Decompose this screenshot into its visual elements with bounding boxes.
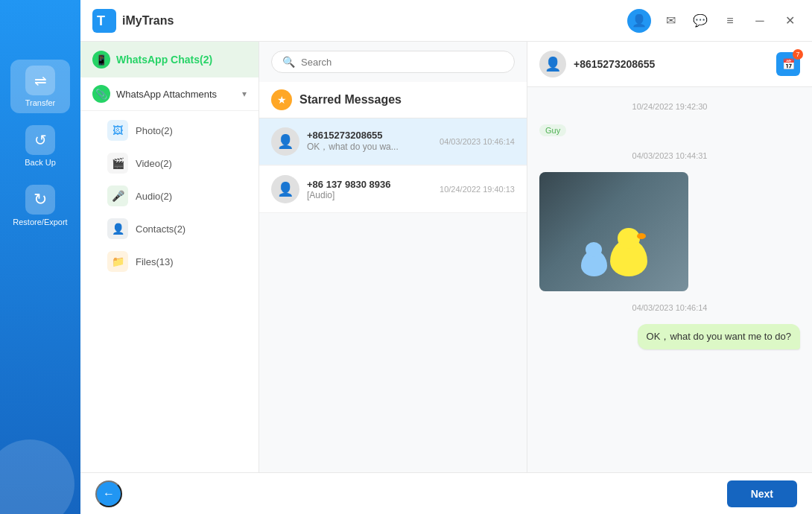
sender-label-1: Guy: [539, 123, 800, 139]
chat-image: [539, 172, 688, 291]
whatsapp-chats-label: WhatsApp Chats(2): [116, 54, 212, 66]
message-time-1: 04/03/2023 10:46:14: [440, 137, 515, 146]
sidebar-decoration: [0, 440, 74, 514]
duck-figures: [581, 239, 647, 276]
whatsapp-attachment-icon: 📎: [92, 85, 110, 103]
attachment-item-files[interactable]: 📁 Files(13): [80, 245, 258, 278]
attachment-item-photo[interactable]: 🖼 Photo(2): [80, 114, 258, 147]
starred-title: Starred Messages: [299, 93, 402, 107]
duck-image-content: [539, 172, 688, 291]
minimize-icon[interactable]: ─: [749, 10, 770, 31]
next-button[interactable]: Next: [727, 480, 797, 507]
chat-avatar: 👤: [539, 51, 566, 77]
menu-icon[interactable]: ≡: [720, 10, 740, 31]
files-label: Files(13): [136, 256, 174, 267]
attachment-item-video[interactable]: 🎬 Video(2): [80, 147, 258, 180]
app-title: iMyTrans: [122, 14, 174, 28]
chevron-down-icon: ▾: [242, 89, 247, 99]
sidebar-item-transfer[interactable]: ⇌ Transfer: [10, 60, 70, 113]
restore-icon: ↻: [25, 185, 55, 215]
content-area: 📱 WhatsApp Chats(2) 📎 WhatsApp Attachmen…: [80, 42, 812, 472]
timestamp-1: 10/24/2022 19:42:30: [539, 102, 800, 111]
contacts-label: Contacts(2): [136, 223, 185, 235]
sidebar-transfer-label: Transfer: [25, 98, 56, 107]
whatsapp-icon: 📱: [92, 51, 110, 69]
logo-svg: T: [92, 9, 116, 33]
files-icon: 📁: [107, 251, 128, 272]
duck-small: [581, 250, 607, 276]
sidebar: ⇌ Transfer ↺ Back Up ↻ Restore/Export: [0, 0, 80, 514]
middle-panel: 🔍 ★ Starred Messages 👤 +8615273208655 OK…: [259, 42, 527, 472]
backup-icon: ↺: [25, 125, 55, 155]
star-badge-icon: ★: [271, 89, 292, 110]
search-bar: 🔍: [259, 42, 527, 82]
app-logo: T iMyTrans: [92, 9, 627, 33]
chat-number: +8615273208655: [574, 58, 769, 70]
mail-icon[interactable]: ✉: [660, 10, 681, 31]
sent-message-group: OK，what do you want me to do?: [539, 324, 800, 349]
title-bar-actions: 👤 ✉ 💬 ≡ ─ ✕: [627, 9, 800, 33]
message-number-2: +86 137 9830 8936: [307, 179, 432, 190]
attachment-item-contacts[interactable]: 👤 Contacts(2): [80, 212, 258, 245]
message-avatar-2: 👤: [271, 175, 299, 203]
title-bar: T iMyTrans 👤 ✉ 💬 ≡ ─ ✕: [80, 0, 812, 42]
chat-header: 👤 +8615273208655 📅 7: [527, 42, 812, 87]
message-item-1[interactable]: 👤 +8615273208655 OK，what do you wa... 04…: [259, 118, 527, 165]
calendar-badge: 7: [793, 49, 803, 60]
message-preview-2: [Audio]: [307, 190, 432, 200]
main-content: T iMyTrans 👤 ✉ 💬 ≡ ─ ✕ 📱 WhatsApp Chats(…: [80, 0, 812, 514]
search-input[interactable]: [301, 57, 504, 68]
timestamp-2: 04/03/2023 10:44:31: [539, 151, 800, 160]
sidebar-item-restore[interactable]: ↻ Restore/Export: [10, 179, 70, 232]
calendar-icon-button[interactable]: 📅 7: [776, 52, 800, 76]
sidebar-item-backup[interactable]: ↺ Back Up: [10, 119, 70, 173]
sender-name: Guy: [539, 124, 566, 136]
whatsapp-chats-header[interactable]: 📱 WhatsApp Chats(2): [80, 42, 258, 77]
message-info-1: +8615273208655 OK，what do you wa...: [307, 130, 432, 153]
message-list: 👤 +8615273208655 OK，what do you wa... 04…: [259, 118, 527, 472]
attachments-label: WhatsApp Attachments: [116, 89, 236, 100]
chat-icon[interactable]: 💬: [690, 10, 711, 31]
right-panel: 👤 +8615273208655 📅 7 10/24/2022 19:42:30…: [527, 42, 812, 472]
audio-label: Audio(2): [136, 191, 172, 202]
video-icon: 🎬: [107, 153, 128, 174]
search-icon: 🔍: [282, 56, 295, 68]
sidebar-backup-label: Back Up: [25, 158, 56, 167]
bottom-bar: ← Next: [80, 472, 812, 514]
photo-label: Photo(2): [136, 125, 173, 136]
video-label: Video(2): [136, 158, 172, 169]
attachment-item-audio[interactable]: 🎤 Audio(2): [80, 180, 258, 212]
photo-icon: 🖼: [107, 120, 128, 141]
message-item-2[interactable]: 👤 +86 137 9830 8936 [Audio] 10/24/2022 1…: [259, 166, 527, 213]
sidebar-restore-label: Restore/Export: [13, 218, 67, 226]
back-button[interactable]: ←: [95, 480, 122, 507]
duck-big: [610, 239, 647, 276]
transfer-icon: ⇌: [25, 66, 55, 95]
timestamp-3: 04/03/2023 10:46:14: [539, 303, 800, 312]
svg-text:T: T: [97, 13, 105, 28]
sent-bubble-1: OK，what do you want me to do?: [638, 324, 800, 349]
user-avatar[interactable]: 👤: [627, 9, 651, 33]
close-icon[interactable]: ✕: [779, 10, 800, 31]
chat-messages: 10/24/2022 19:42:30 Guy 04/03/2023 10:44…: [527, 87, 812, 472]
contacts-icon: 👤: [107, 218, 128, 239]
left-panel: 📱 WhatsApp Chats(2) 📎 WhatsApp Attachmen…: [80, 42, 259, 472]
starred-header: ★ Starred Messages: [259, 82, 527, 118]
search-input-wrap[interactable]: 🔍: [271, 51, 515, 73]
audio-icon: 🎤: [107, 185, 128, 206]
attachments-header[interactable]: 📎 WhatsApp Attachments ▾: [80, 77, 258, 111]
message-preview-1: OK，what do you wa...: [307, 141, 432, 153]
message-number-1: +8615273208655: [307, 130, 432, 141]
message-avatar-1: 👤: [271, 127, 299, 156]
attachment-items: 🖼 Photo(2) 🎬 Video(2) 🎤 Audio(2) 👤 Conta…: [80, 111, 258, 281]
message-time-2: 10/24/2022 19:40:13: [440, 185, 515, 194]
message-info-2: +86 137 9830 8936 [Audio]: [307, 179, 432, 200]
